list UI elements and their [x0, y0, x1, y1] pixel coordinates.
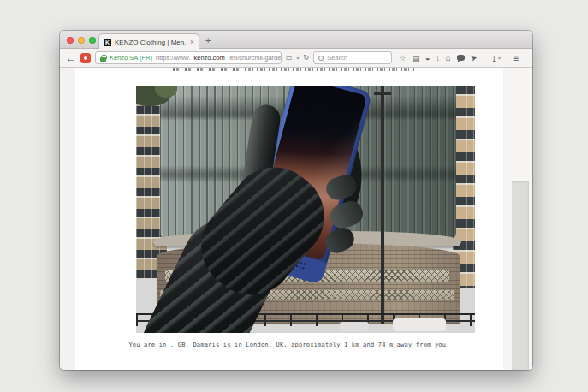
tab-close-icon[interactable]: × [190, 39, 194, 46]
clipped-text-line [173, 68, 414, 71]
menu-hamburger-icon[interactable]: ≡ [513, 52, 519, 64]
url-protocol: https://www. [156, 54, 190, 62]
back-button[interactable]: ← [66, 53, 76, 63]
download-caret-icon[interactable]: ▾ [498, 55, 501, 61]
site-identity-label[interactable]: Kenzo SA (FR) [110, 54, 152, 62]
page-viewport: You are in , GB. Damaris is in London, U… [60, 68, 532, 370]
toolbar-actions: ☆ ▤ ◒ ↓ ⌂ ➤ [399, 54, 477, 62]
background-vehicle [393, 318, 446, 331]
page-left-margin [60, 68, 75, 370]
extension-icon[interactable] [80, 53, 91, 63]
desktop-background: K KENZO Clothing | Men, Wo… × + ← Kenzo … [0, 0, 588, 392]
tab-title: KENZO Clothing | Men, Wo… [115, 39, 187, 46]
url-path: /en/churchill-gardens [229, 54, 282, 62]
lamppost-arm [374, 92, 391, 95]
bookmark-star-icon[interactable]: ☆ [399, 54, 406, 62]
share-plane-icon[interactable]: ➤ [469, 53, 478, 63]
reader-mode-icon[interactable]: ▭ [286, 54, 293, 62]
lamppost [381, 86, 384, 324]
lock-icon [100, 57, 106, 62]
bookmarks-icon[interactable]: ▤ [412, 54, 419, 62]
kenzo-favicon: K [104, 39, 111, 46]
browser-tab[interactable]: K KENZO Clothing | Men, Wo… × [98, 33, 199, 50]
search-placeholder: Search [327, 54, 347, 62]
right-edge-panel [512, 181, 529, 370]
photo-caption: You are in , GB. Damaris is in London, U… [75, 342, 503, 348]
download-manager-icon[interactable]: ↓ [491, 53, 496, 63]
close-window-button[interactable] [67, 37, 74, 44]
navigation-toolbar: ← Kenzo SA (FR) https://www. kenzo.com /… [60, 49, 532, 68]
search-input[interactable]: Search [313, 51, 392, 64]
new-tab-button[interactable]: + [205, 35, 211, 45]
browser-titlebar: K KENZO Clothing | Men, Wo… × + [60, 31, 532, 49]
url-dropdown-icon[interactable]: ▾ [297, 55, 300, 61]
zoom-window-button[interactable] [89, 37, 96, 44]
pocket-icon[interactable]: ◒ [425, 54, 430, 62]
browser-window: K KENZO Clothing | Men, Wo… × + ← Kenzo … [60, 31, 532, 370]
url-domain: kenzo.com [193, 54, 224, 62]
download-manager-group: ↓ ▾ [491, 53, 501, 63]
background-vehicle [340, 322, 369, 331]
home-icon[interactable]: ⌂ [446, 54, 451, 62]
downloads-icon[interactable]: ↓ [436, 54, 440, 62]
reload-button[interactable]: ↻ [304, 54, 310, 62]
minimize-window-button[interactable] [78, 37, 85, 44]
churchill-gardens-photo [136, 86, 475, 333]
search-icon [318, 56, 324, 61]
chat-bubble-icon[interactable] [457, 55, 465, 61]
url-bar[interactable]: Kenzo SA (FR) https://www. kenzo.com /en… [95, 51, 282, 64]
